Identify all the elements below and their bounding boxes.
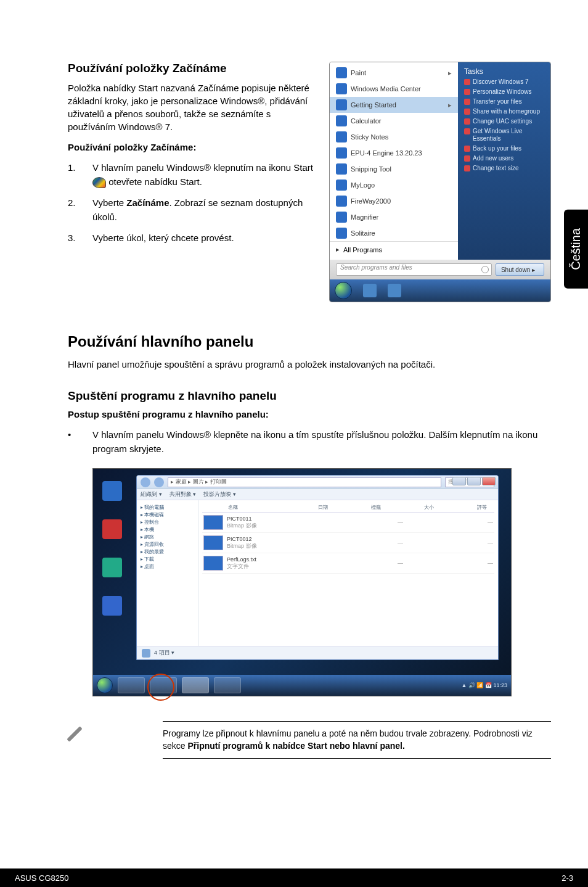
column-header[interactable]: 日期 bbox=[281, 504, 334, 511]
footer-left: ASUS CG8250 bbox=[15, 873, 68, 883]
taskbar-button[interactable] bbox=[214, 677, 241, 693]
page-footer: ASUS CG8250 2-3 bbox=[0, 868, 588, 887]
taskbar-button[interactable] bbox=[118, 677, 145, 693]
task-link[interactable]: Discover Windows 7 bbox=[464, 78, 544, 86]
section2-intro: Hlavní panel umožňuje spouštění a správu… bbox=[68, 358, 551, 371]
section1-title: Používání položky Začínáme bbox=[68, 62, 317, 75]
start-menu-item[interactable]: FireWay2000 bbox=[330, 193, 458, 209]
app-icon bbox=[336, 196, 347, 207]
task-link[interactable]: Change UAC settings bbox=[464, 118, 544, 125]
nav-item[interactable]: ▸ 本機 bbox=[141, 526, 194, 534]
start-menu-item[interactable]: Getting Started▸ bbox=[330, 97, 458, 113]
start-menu-item[interactable]: Snipping Tool bbox=[330, 161, 458, 177]
section3-bullets: • V hlavním panelu Windows® klepněte na … bbox=[68, 428, 551, 456]
back-button[interactable] bbox=[141, 477, 150, 487]
task-link[interactable]: Get Windows Live Essentials bbox=[464, 128, 544, 142]
shutdown-button[interactable]: Shut down ▸ bbox=[496, 263, 544, 276]
status-bar: 4 項目 ▾ bbox=[137, 646, 498, 659]
search-input[interactable]: Search programs and files bbox=[336, 263, 492, 276]
step-num: 1. bbox=[68, 161, 92, 189]
step-text: V hlavním panelu Windows® klepnutím na i… bbox=[92, 161, 317, 189]
section3-howto-title: Postup spuštění programu z hlavního pane… bbox=[68, 409, 551, 419]
nav-item[interactable]: ▸ 控制台 bbox=[141, 519, 194, 526]
task-icon bbox=[464, 118, 470, 125]
start-menu-left-pane: Paint▸Windows Media CenterGetting Starte… bbox=[330, 62, 458, 260]
task-icon bbox=[464, 128, 470, 134]
taskbar-button[interactable] bbox=[182, 677, 209, 693]
desktop-icon[interactable] bbox=[100, 596, 124, 625]
search-icon bbox=[481, 266, 489, 273]
task-icon bbox=[464, 155, 470, 162]
file-row[interactable]: PICT0011Bitmap 影像—— bbox=[202, 513, 494, 533]
task-link[interactable]: Transfer your files bbox=[464, 98, 544, 105]
note-text: Programy lze připnout k hlavnímu panelu … bbox=[163, 728, 551, 752]
desktop-icon[interactable] bbox=[100, 481, 124, 511]
taskbar: ▲ 🔊 📶 📅 11:23 bbox=[93, 675, 511, 696]
start-menu-item[interactable]: Solitaire bbox=[330, 225, 458, 241]
section1-howto-title: Používání položky Začínáme: bbox=[68, 142, 317, 152]
start-menu-item[interactable]: Magnifier bbox=[330, 209, 458, 225]
footer-right: 2-3 bbox=[561, 873, 573, 883]
task-icon bbox=[464, 99, 470, 105]
taskbar-icon[interactable] bbox=[388, 284, 401, 297]
column-header[interactable]: 評等 bbox=[440, 504, 493, 511]
desktop-icon[interactable] bbox=[100, 519, 124, 549]
bullet-text: V hlavním panelu Windows® klepněte na ik… bbox=[92, 428, 551, 456]
start-orb-icon bbox=[92, 177, 106, 188]
task-link[interactable]: Change text size bbox=[464, 165, 544, 172]
bullet-marker: • bbox=[68, 428, 92, 456]
toolbar-item[interactable]: 組織到 ▾ bbox=[141, 490, 162, 498]
nav-item[interactable]: ▸ 我的最愛 bbox=[141, 548, 194, 556]
taskbar-button[interactable] bbox=[150, 677, 177, 693]
nav-item[interactable]: ▸ 我的電腦 bbox=[141, 504, 194, 511]
start-menu-item[interactable]: Paint▸ bbox=[330, 65, 458, 81]
step-text: Vyberte Začínáme. Zobrazí se seznam dost… bbox=[92, 196, 317, 224]
start-menu-item[interactable]: EPU-4 Engine 13.20.23 bbox=[330, 145, 458, 161]
nav-item[interactable]: ▸ 下載 bbox=[141, 556, 194, 563]
nav-item[interactable]: ▸ 網路 bbox=[141, 534, 194, 541]
nav-item[interactable]: ▸ 桌面 bbox=[141, 563, 194, 571]
task-link[interactable]: Add new users bbox=[464, 155, 544, 162]
task-icon bbox=[464, 79, 470, 85]
app-icon bbox=[336, 212, 347, 223]
system-tray[interactable]: ▲ 🔊 📶 📅 11:23 bbox=[462, 682, 507, 688]
address-bar[interactable]: ▸ 家庭 ▸ 圖片 ▸ 打印圖 bbox=[168, 477, 441, 487]
window-controls[interactable] bbox=[452, 477, 496, 485]
file-thumbnail-icon bbox=[203, 556, 223, 571]
task-link[interactable]: Share with a homegroup bbox=[464, 108, 544, 115]
app-icon bbox=[336, 99, 347, 110]
nav-item[interactable]: ▸ 本機磁碟 bbox=[141, 511, 194, 519]
start-orb-icon[interactable] bbox=[97, 677, 113, 693]
start-menu-screenshot: Paint▸Windows Media CenterGetting Starte… bbox=[329, 62, 551, 302]
task-link[interactable]: Back up your files bbox=[464, 145, 544, 152]
app-icon bbox=[336, 228, 347, 239]
task-link[interactable]: Personalize Windows bbox=[464, 88, 544, 96]
task-icon bbox=[464, 109, 470, 115]
start-menu-item[interactable]: Windows Media Center bbox=[330, 81, 458, 97]
explorer-window: ▸ 家庭 ▸ 圖片 ▸ 打印圖 搜尋 打印 組織到 ▾ 共用對象 ▾ 投影片放映… bbox=[136, 475, 499, 660]
taskbar-icon[interactable] bbox=[363, 284, 377, 297]
step-text: Vyberte úkol, který chcete provést. bbox=[92, 231, 317, 245]
all-programs[interactable]: ▸ All Programs bbox=[330, 241, 458, 257]
start-menu-item[interactable]: Sticky Notes bbox=[330, 129, 458, 145]
file-row[interactable]: PerfLogs.txt文字文件—— bbox=[202, 553, 494, 574]
desktop-icons bbox=[100, 481, 124, 625]
task-icon bbox=[464, 165, 470, 171]
toolbar-item[interactable]: 共用對象 ▾ bbox=[169, 490, 197, 498]
app-icon bbox=[336, 115, 347, 126]
start-menu-item[interactable]: MyLogo bbox=[330, 177, 458, 193]
file-row[interactable]: PICT0012Bitmap 影像—— bbox=[202, 533, 494, 553]
column-header[interactable]: 名稱 bbox=[203, 504, 281, 511]
taskbar bbox=[330, 279, 550, 302]
start-orb-icon[interactable] bbox=[335, 282, 352, 299]
forward-button[interactable] bbox=[154, 477, 164, 487]
nav-item[interactable]: ▸ 資源回收 bbox=[141, 541, 194, 548]
toolbar-item[interactable]: 投影片放映 ▾ bbox=[203, 490, 236, 498]
task-icon bbox=[464, 146, 470, 152]
app-icon bbox=[336, 147, 347, 159]
desktop-icon[interactable] bbox=[100, 558, 124, 587]
column-header[interactable]: 標籤 bbox=[334, 504, 387, 511]
start-menu-item[interactable]: Calculator bbox=[330, 113, 458, 129]
column-header[interactable]: 大小 bbox=[387, 504, 440, 511]
section2-title: Používání hlavního panelu bbox=[68, 333, 551, 350]
